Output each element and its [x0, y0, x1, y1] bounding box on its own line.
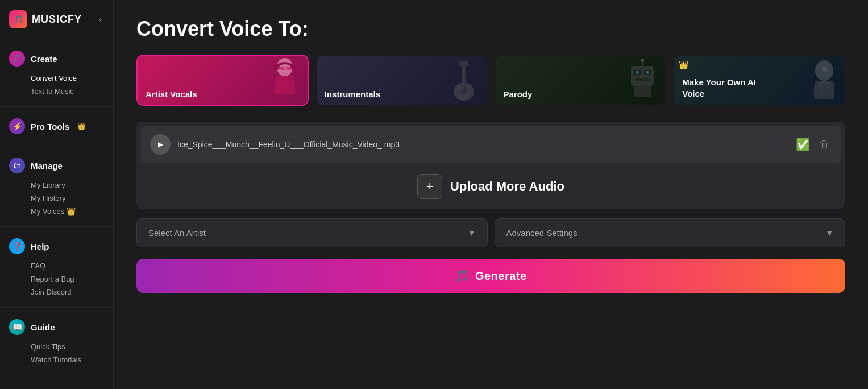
svg-point-14 — [646, 71, 649, 74]
svg-rect-15 — [635, 78, 650, 81]
ai-voice-crown-badge: 👑 — [679, 60, 688, 69]
upload-more-row[interactable]: + Upload More Audio — [141, 168, 841, 205]
sidebar-section-manage: 🗂 Manage My Library My History My Voices… — [0, 146, 113, 227]
voice-card-instrumentals-label: Instrumentals — [325, 89, 380, 99]
sidebar-section-create-header[interactable]: 🎵 Create — [0, 46, 113, 71]
protools-section-icon: ⚡ — [9, 118, 25, 134]
voice-card-parody-label: Parody — [504, 89, 533, 99]
select-artist-chevron-icon: ▼ — [468, 229, 476, 238]
advanced-settings-label: Advanced Settings — [506, 228, 578, 238]
voice-card-instrumentals[interactable]: Instrumentals — [315, 55, 488, 106]
sidebar-item-report-bug[interactable]: Report a Bug — [31, 273, 113, 285]
audio-play-button[interactable]: ▶ — [150, 134, 171, 155]
voice-card-artist-vocals-label: Artist Vocals — [146, 89, 197, 99]
sidebar-section-help: ❓ Help FAQ Report a Bug Join Discord — [0, 227, 113, 308]
page-title: Convert Voice To: — [136, 17, 845, 41]
upload-plus-button[interactable]: + — [417, 174, 442, 199]
sidebar-section-create: 🎵 Create Convert Voice Text to Music — [0, 39, 113, 107]
sidebar-protools-label: Pro Tools — [31, 122, 69, 131]
svg-point-8 — [461, 89, 467, 94]
voice-type-grid: Artist Vocals — [136, 55, 845, 106]
audio-delete-button[interactable]: 🗑 — [817, 136, 832, 153]
svg-point-13 — [636, 71, 639, 74]
guide-sub-items: Quick Tips Watch Tutorials — [0, 340, 113, 368]
svg-rect-3 — [279, 67, 285, 70]
create-sub-items: Convert Voice Text to Music — [0, 71, 113, 100]
ai-voice-figure — [759, 56, 844, 105]
sidebar-item-faq[interactable]: FAQ — [31, 260, 113, 272]
sidebar-section-protools-header[interactable]: ⚡ Pro Tools 👑 — [0, 114, 113, 139]
svg-rect-7 — [459, 61, 468, 66]
help-sub-items: FAQ Report a Bug Join Discord — [0, 259, 113, 300]
sidebar-item-my-voices[interactable]: My Voices 👑 — [31, 205, 113, 217]
generate-button[interactable]: 🎵 Generate — [136, 259, 845, 293]
sidebar-item-my-library[interactable]: My Library — [31, 179, 113, 191]
main-content: Convert Voice To: Artist Vocals — [114, 0, 868, 389]
parody-figure — [580, 56, 665, 105]
audio-filename: Ice_Spice___Munch__Feelin_U___Official_M… — [177, 140, 789, 149]
sidebar-section-help-header[interactable]: ❓ Help — [0, 234, 113, 259]
sidebar: 🎵 MUSICFY ‹ 🎵 Create Convert Voice Text … — [0, 0, 114, 389]
instrumentals-figure — [401, 56, 486, 105]
manage-section-icon: 🗂 — [9, 158, 25, 173]
create-section-icon: 🎵 — [9, 51, 25, 67]
svg-rect-4 — [286, 67, 292, 70]
generate-button-label: Generate — [475, 270, 527, 283]
sidebar-section-protools: ⚡ Pro Tools 👑 — [0, 107, 113, 146]
sidebar-section-guide: 📖 Guide Quick Tips Watch Tutorials — [0, 308, 113, 375]
app-name: MUSICFY — [32, 14, 82, 26]
svg-point-22 — [822, 67, 827, 71]
controls-row: Select An Artist ▼ Advanced Settings ▼ — [136, 218, 845, 247]
audio-section: ▶ Ice_Spice___Munch__Feelin_U___Official… — [136, 122, 845, 209]
audio-player-row: ▶ Ice_Spice___Munch__Feelin_U___Official… — [141, 126, 841, 163]
manage-sub-items: My Library My History My Voices 👑 — [0, 178, 113, 220]
generate-music-icon: 🎵 — [455, 269, 470, 283]
sidebar-item-join-discord[interactable]: Join Discord — [31, 286, 113, 298]
upload-more-label: Upload More Audio — [450, 179, 564, 194]
svg-rect-18 — [634, 86, 651, 97]
sidebar-guide-label: Guide — [31, 322, 55, 332]
advanced-settings-dropdown[interactable]: Advanced Settings ▼ — [495, 218, 846, 247]
help-section-icon: ❓ — [9, 238, 25, 254]
audio-status-icon: ✅ — [796, 138, 810, 151]
select-artist-dropdown[interactable]: Select An Artist ▼ — [136, 218, 488, 247]
guide-section-icon: 📖 — [9, 319, 25, 335]
sidebar-manage-label: Manage — [31, 161, 63, 171]
select-artist-placeholder: Select An Artist — [148, 228, 206, 238]
sidebar-create-label: Create — [31, 54, 57, 64]
sidebar-logo: 🎵 MUSICFY ‹ — [0, 0, 113, 39]
svg-point-17 — [641, 59, 644, 62]
sidebar-item-convert-voice[interactable]: Convert Voice — [31, 72, 113, 84]
voice-card-parody[interactable]: Parody — [495, 55, 667, 106]
sidebar-section-guide-header[interactable]: 📖 Guide — [0, 314, 113, 340]
protools-crown-icon: 👑 — [77, 122, 86, 130]
svg-rect-10 — [631, 66, 654, 86]
sidebar-item-my-history[interactable]: My History — [31, 192, 113, 204]
sidebar-item-text-to-music[interactable]: Text to Music — [31, 85, 113, 97]
sidebar-help-label: Help — [31, 242, 49, 251]
sidebar-item-watch-tutorials[interactable]: Watch Tutorials — [31, 354, 113, 366]
sidebar-item-quick-tips[interactable]: Quick Tips — [31, 341, 113, 353]
voice-card-ai-voice[interactable]: 👑 Make Your Own AI Voice — [673, 55, 845, 106]
artist-vocals-figure — [222, 56, 307, 105]
voice-card-artist-vocals[interactable]: Artist Vocals — [136, 55, 309, 106]
voice-card-ai-voice-label: Make Your Own AI Voice — [682, 77, 767, 99]
sidebar-section-manage-header[interactable]: 🗂 Manage — [0, 153, 113, 178]
app-logo-icon: 🎵 — [9, 10, 27, 28]
collapse-sidebar-button[interactable]: ‹ — [97, 12, 104, 27]
advanced-settings-chevron-icon: ▼ — [825, 229, 833, 238]
